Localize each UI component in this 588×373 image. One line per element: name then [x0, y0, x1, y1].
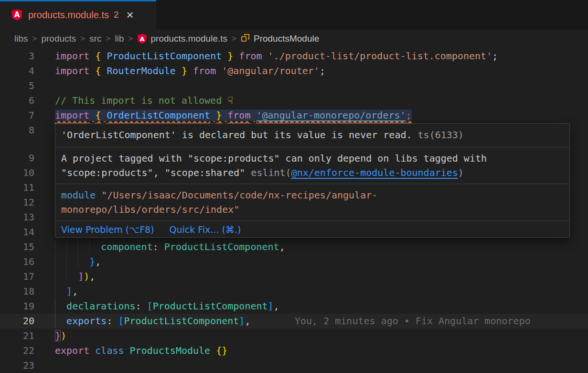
token-fg — [233, 50, 239, 62]
hover-action-quick[interactable]: Quick Fix... (⌘.) — [170, 224, 241, 235]
breadcrumb-separator: > — [32, 34, 37, 44]
git-blame-annotation[interactable]: You, 2 minutes ago • Fix Angular monorep… — [295, 314, 531, 329]
line-number-9[interactable]: 9 — [0, 151, 34, 165]
breadcrumb-label: products.module.ts — [150, 33, 227, 44]
error-squiggle: import { OrderListComponent } from '@ang… — [55, 110, 412, 121]
breadcrumb-item-libs[interactable]: libs — [14, 33, 28, 44]
code-line-20[interactable]: 20 exports: [ProductListComponent],You, … — [0, 314, 588, 329]
token-cmt: // This import is not allowed — [55, 95, 227, 106]
code-line-18[interactable]: 18 ], — [0, 284, 588, 299]
breadcrumb-item-products-module-ts[interactable]: Aproducts.module.ts — [137, 33, 227, 44]
line-number-5[interactable]: 5 — [0, 78, 34, 93]
hover-section-eslint-diagnostic: A project tagged with "scope:products" c… — [55, 147, 569, 184]
token-cls: ProductListComponent — [124, 315, 239, 327]
breadcrumb-item-products[interactable]: products — [41, 33, 76, 44]
line-number-23[interactable]: 23 — [0, 358, 34, 373]
line-number-14[interactable]: 14 — [0, 225, 34, 240]
breadcrumb-item-lib[interactable]: lib — [115, 33, 124, 44]
line-number-17[interactable]: 17 — [0, 269, 34, 284]
breadcrumb-item-src[interactable]: src — [89, 33, 101, 44]
token-b2: ] — [78, 271, 84, 282]
token-b1: } — [216, 110, 222, 121]
code-line-17[interactable]: 17 ]), — [0, 269, 588, 284]
token-b1: ) — [84, 271, 89, 282]
hover-line: 'OrderListComponent' is declared but its… — [61, 128, 564, 142]
breadcrumb-separator: > — [106, 34, 111, 44]
token-str: monorepo/libs/orders/src/index" — [61, 204, 239, 215]
line-number-15[interactable]: 15 — [0, 240, 34, 254]
line-number-6[interactable]: 6 — [0, 93, 34, 108]
token-fg — [55, 285, 66, 297]
code-line-15[interactable]: 15 component: ProductListComponent, — [0, 240, 588, 254]
token-str: "/Users/isaac/Documents/code/nx-recipes/… — [101, 189, 377, 201]
token-fg — [210, 110, 216, 121]
token-fg: ; — [492, 50, 498, 62]
token-cls: ProductListComponent — [164, 241, 279, 252]
code-line-21[interactable]: 21}) — [0, 329, 588, 343]
token-fg — [89, 65, 95, 77]
line-number-8[interactable]: 8 — [0, 123, 34, 138]
line-number-22[interactable]: 22 — [0, 343, 34, 358]
code-line-3[interactable]: 3import { ProductListComponent } from '.… — [0, 49, 588, 64]
token-fg: , — [245, 315, 250, 327]
tab-products-module[interactable]: A products.module.ts 2 × — [0, 0, 156, 30]
angular-file-icon: A — [137, 34, 147, 44]
token-fg: ; — [320, 65, 325, 77]
token-fg: : — [136, 300, 147, 312]
code-line-6[interactable]: 6// This import is not allowed ☟ — [0, 93, 588, 108]
code-line-4[interactable]: 4import { RouterModule } from '@angular/… — [0, 64, 588, 78]
line-number-18[interactable]: 18 — [0, 284, 34, 299]
code-line-23[interactable]: 23 — [0, 358, 588, 373]
token-fg — [55, 241, 101, 252]
token-b2m: } — [55, 330, 61, 341]
line-number-10[interactable]: 10 — [0, 165, 34, 180]
angular-file-icon: A — [11, 9, 22, 21]
line-number-12[interactable]: 12 — [0, 195, 34, 210]
token-fg — [89, 110, 95, 121]
token-kw: import — [55, 65, 89, 77]
token-prop: component — [101, 241, 152, 252]
token-semidim: ; — [406, 110, 412, 121]
line-number-3[interactable]: 3 — [0, 49, 34, 64]
hover-widget: 'OrderListComponent' is declared but its… — [55, 123, 570, 238]
line-number-16[interactable]: 16 — [0, 254, 34, 269]
line-number-21[interactable]: 21 — [0, 329, 34, 343]
token-id: ProductListComponent — [107, 50, 222, 62]
close-icon[interactable]: × — [127, 10, 134, 20]
code-line-19[interactable]: 19 declarations: [ProductListComponent], — [0, 299, 588, 314]
line-number-13[interactable]: 13 — [0, 210, 34, 225]
line-number-4[interactable]: 4 — [0, 64, 34, 78]
vscode-window: A products.module.ts 2 × libs>products>s… — [0, 0, 588, 373]
code-text: }, — [55, 254, 101, 269]
token-fg — [262, 50, 268, 62]
line-number-11[interactable]: 11 — [0, 180, 34, 195]
hover-line: monorepo/libs/orders/src/index" — [61, 202, 564, 217]
line-number-20[interactable]: 20 — [0, 314, 34, 329]
token-fg: , — [95, 256, 101, 267]
token-b1: } — [182, 65, 187, 77]
tab-error-count-badge: 2 — [114, 10, 119, 20]
token-fg: : — [153, 241, 164, 252]
code-text: ], — [55, 284, 78, 299]
tab-bar: A products.module.ts 2 × — [0, 0, 588, 30]
token-link[interactable]: @nx/enforce-module-boundaries — [291, 167, 458, 178]
token-fg — [55, 300, 66, 312]
error-squiggle: import { OrderListComponent } from '@ang… — [55, 110, 412, 121]
breadcrumb-item-productsmodule[interactable]: ProductsModule — [241, 33, 319, 44]
token-kw: export — [55, 345, 89, 356]
token-b3: } — [89, 256, 95, 267]
line-number-19[interactable]: 19 — [0, 299, 34, 314]
code-line-16[interactable]: 16 }, — [0, 254, 588, 269]
token-fg: , — [279, 241, 285, 252]
line-number-7[interactable]: 7 — [0, 108, 34, 123]
token-fg — [216, 65, 222, 77]
token-b3: [ — [147, 300, 153, 312]
code-text: export class ProductsModule {} — [55, 343, 227, 358]
token-kw: import — [55, 50, 89, 62]
code-line-22[interactable]: 22export class ProductsModule {} — [0, 343, 588, 358]
code-line-7[interactable]: 7import { OrderListComponent } from '@an… — [0, 108, 588, 123]
hover-action-view[interactable]: View Problem (⌥F8) — [61, 224, 154, 235]
code-line-5[interactable]: 5 — [0, 78, 588, 93]
token-prop: declarations — [66, 300, 136, 312]
hover-section-ts-diagnostic: 'OrderListComponent' is declared but its… — [55, 124, 569, 147]
